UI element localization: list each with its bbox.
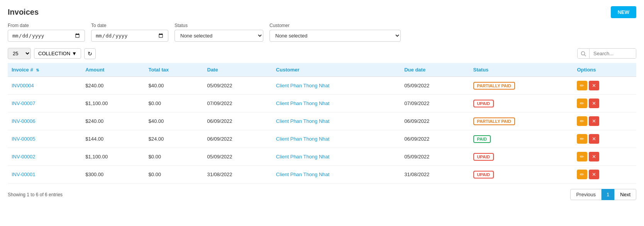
page-1-button[interactable]: 1 xyxy=(602,189,614,200)
customer-group: Customer None selected xyxy=(269,23,401,42)
invoice-link[interactable]: INV-00005 xyxy=(12,136,35,142)
action-buttons: ✏✕ xyxy=(577,152,632,161)
toolbar-left: 25 COLLECTION ▼ ↻ xyxy=(8,48,96,59)
status-badge: UPAID xyxy=(473,153,494,161)
invoice-link[interactable]: INV-00001 xyxy=(12,172,35,177)
to-date-group: To date xyxy=(91,23,168,42)
action-buttons: ✏✕ xyxy=(577,170,632,179)
delete-button[interactable]: ✕ xyxy=(589,170,599,179)
invoice-link[interactable]: INV-00006 xyxy=(12,118,35,124)
table-header-row: Invoice # ⇅ Amount Total tax Date Custom… xyxy=(8,63,636,77)
edit-button[interactable]: ✏ xyxy=(577,81,587,90)
cell-invoice: INV-00001 xyxy=(8,166,81,184)
from-date-input[interactable] xyxy=(8,30,85,42)
col-total-tax[interactable]: Total tax xyxy=(145,63,203,77)
cell-date: 05/09/2022 xyxy=(203,77,272,95)
page-header: Invoices NEW xyxy=(0,0,644,23)
delete-button[interactable]: ✕ xyxy=(589,99,599,108)
cell-total-tax: $0.00 xyxy=(145,95,203,112)
collection-label: COLLECTION xyxy=(38,51,70,56)
status-badge: UPAID xyxy=(473,100,494,107)
cell-options: ✏✕ xyxy=(573,95,636,112)
cell-date: 05/09/2022 xyxy=(203,148,272,166)
customer-label: Customer xyxy=(269,23,401,28)
cell-amount: $1,100.00 xyxy=(81,95,144,112)
col-status: Status xyxy=(469,63,573,77)
cell-due-date: 06/09/2022 xyxy=(400,112,469,130)
invoice-link[interactable]: INV00004 xyxy=(12,83,34,88)
cell-status: UPAID xyxy=(469,148,573,166)
cell-total-tax: $0.00 xyxy=(145,148,203,166)
col-customer[interactable]: Customer xyxy=(272,63,400,77)
cell-invoice: INV-00006 xyxy=(8,112,81,130)
cell-due-date: 31/08/2022 xyxy=(400,166,469,184)
action-buttons: ✏✕ xyxy=(577,116,632,126)
table-row: INV-00005$144.00$24.0006/09/2022Client P… xyxy=(8,130,636,148)
cell-status: UPAID xyxy=(469,166,573,184)
cell-date: 06/09/2022 xyxy=(203,130,272,148)
edit-button[interactable]: ✏ xyxy=(577,170,587,179)
edit-button[interactable]: ✏ xyxy=(577,116,587,126)
col-options: Options xyxy=(573,63,636,77)
cell-customer: Client Phan Thong Nhat xyxy=(272,130,400,148)
edit-button[interactable]: ✏ xyxy=(577,134,587,144)
status-select[interactable]: None selected xyxy=(175,30,263,42)
cell-date: 06/09/2022 xyxy=(203,112,272,130)
col-amount[interactable]: Amount xyxy=(81,63,144,77)
col-invoice[interactable]: Invoice # ⇅ xyxy=(8,63,81,77)
col-date[interactable]: Date xyxy=(203,63,272,77)
table-row: INV-00006$240.00$40.0006/09/2022Client P… xyxy=(8,112,636,130)
action-buttons: ✏✕ xyxy=(577,81,632,90)
cell-amount: $240.00 xyxy=(81,112,144,130)
cell-customer: Client Phan Thong Nhat xyxy=(272,112,400,130)
cell-amount: $144.00 xyxy=(81,130,144,148)
to-date-input[interactable] xyxy=(91,30,168,42)
cell-status: PARTIALLY PAID xyxy=(469,112,573,130)
new-button[interactable]: NEW xyxy=(611,6,636,18)
cell-due-date: 06/09/2022 xyxy=(400,130,469,148)
svg-line-1 xyxy=(585,54,586,56)
cell-amount: $300.00 xyxy=(81,166,144,184)
delete-button[interactable]: ✕ xyxy=(589,116,599,126)
from-date-group: From date xyxy=(8,23,85,42)
action-buttons: ✏✕ xyxy=(577,99,632,108)
next-button[interactable]: Next xyxy=(614,189,636,200)
cell-status: PARTIALLY PAID xyxy=(469,77,573,95)
refresh-button[interactable]: ↻ xyxy=(84,48,96,59)
invoice-link[interactable]: INV-00007 xyxy=(12,100,35,106)
customer-select[interactable]: None selected xyxy=(269,30,401,42)
cell-status: UPAID xyxy=(469,95,573,112)
cell-amount: $240.00 xyxy=(81,77,144,95)
cell-customer: Client Phan Thong Nhat xyxy=(272,166,400,184)
invoice-link[interactable]: INV-00002 xyxy=(12,154,35,160)
edit-button[interactable]: ✏ xyxy=(577,99,587,108)
to-date-label: To date xyxy=(91,23,168,28)
table-row: INV-00002$1,100.00$0.0005/09/2022Client … xyxy=(8,148,636,166)
cell-options: ✏✕ xyxy=(573,148,636,166)
cell-due-date: 05/09/2022 xyxy=(400,77,469,95)
cell-customer: Client Phan Thong Nhat xyxy=(272,148,400,166)
table-row: INV-00007$1,100.00$0.0007/09/2022Client … xyxy=(8,95,636,112)
status-badge: PARTIALLY PAID xyxy=(473,117,515,125)
sort-invoice-icon: ⇅ xyxy=(36,68,39,72)
cell-date: 07/09/2022 xyxy=(203,95,272,112)
previous-button[interactable]: Previous xyxy=(570,189,602,200)
filters-row: From date To date Status None selected C… xyxy=(0,23,644,46)
delete-button[interactable]: ✕ xyxy=(589,152,599,161)
status-group: Status None selected xyxy=(175,23,263,42)
cell-options: ✏✕ xyxy=(573,130,636,148)
status-badge: UPAID xyxy=(473,171,494,178)
delete-button[interactable]: ✕ xyxy=(589,134,599,144)
cell-customer: Client Phan Thong Nhat xyxy=(272,95,400,112)
footer-row: Showing 1 to 6 of 6 entries Previous 1 N… xyxy=(0,184,644,204)
search-input[interactable] xyxy=(590,49,636,58)
cell-options: ✏✕ xyxy=(573,77,636,95)
delete-button[interactable]: ✕ xyxy=(589,81,599,90)
collection-button[interactable]: COLLECTION ▼ xyxy=(34,48,81,59)
per-page-select[interactable]: 25 xyxy=(8,48,31,59)
collection-chevron-icon: ▼ xyxy=(72,51,77,56)
status-badge: PAID xyxy=(473,135,491,143)
cell-amount: $1,100.00 xyxy=(81,148,144,166)
col-due-date[interactable]: Due date xyxy=(400,63,469,77)
edit-button[interactable]: ✏ xyxy=(577,152,587,161)
